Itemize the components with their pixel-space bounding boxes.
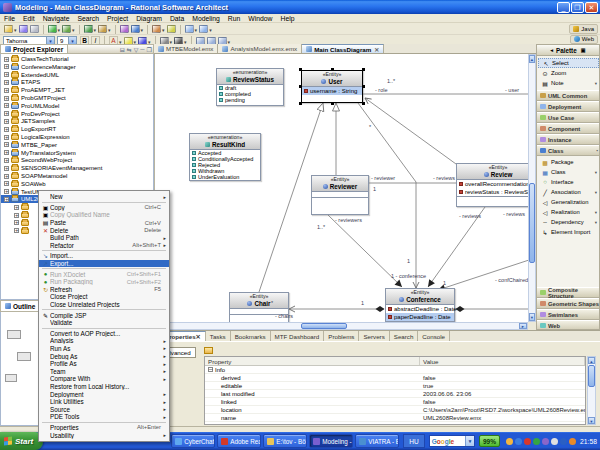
attribute-row[interactable]: reviewStatus : ReviewStatus — [457, 188, 528, 196]
expand-icon[interactable]: + — [4, 142, 9, 147]
pscroll-thumb[interactable] — [588, 365, 595, 387]
run-last-tool-dropdown-icon[interactable]: ▾ — [58, 27, 61, 33]
vscroll-thumb[interactable] — [529, 183, 535, 263]
close-tab-icon[interactable]: ✕ — [374, 46, 379, 53]
tree-item-mytranslatorsystem[interactable]: +MyTranslatorSystem — [1, 149, 153, 157]
drawer-pin-icon[interactable]: ▪ — [596, 148, 598, 153]
font-name-dropdown-icon[interactable]: ▾ — [46, 37, 54, 44]
palette-collapse-icon[interactable]: ◂ — [551, 47, 554, 53]
expand-icon[interactable]: + — [14, 220, 19, 225]
start-button[interactable]: Start — [0, 432, 43, 450]
annotate-dropdown-icon[interactable]: ▾ — [162, 27, 165, 33]
enum-literal[interactable]: pending — [217, 97, 283, 103]
maximize-button[interactable]: ❐ — [571, 2, 584, 13]
taskbar-button-adobe-rea-[interactable]: Adobe Rea… — [217, 434, 261, 448]
tray-icon-2[interactable] — [524, 438, 531, 445]
expand-icon[interactable]: + — [4, 80, 9, 85]
selection-handle[interactable] — [299, 68, 302, 71]
context-menu-refresh[interactable]: ↻RefreshF5 — [39, 286, 169, 294]
tray-icon-6[interactable] — [560, 438, 567, 445]
palette-drawer-class[interactable]: Class▪ — [537, 145, 600, 156]
selection-handle[interactable] — [299, 102, 302, 105]
palette-item-class[interactable]: ▦Class▾ — [541, 167, 599, 177]
context-menu-paste[interactable]: ▤PasteCtrl+V — [39, 219, 169, 227]
tab-tasks[interactable]: Tasks — [206, 331, 231, 341]
context-menu-close-unrelated-projects[interactable]: Close Unrelated Projects — [39, 301, 169, 309]
palette-item-interface[interactable]: ○Interface — [541, 177, 599, 187]
debug-dropdown-icon[interactable]: ▾ — [72, 27, 75, 33]
expand-icon[interactable]: + — [14, 228, 19, 233]
editor-tab-analysismodel-emx-emx[interactable]: AnalysisModel.emx.emx — [218, 44, 302, 53]
selection-handle[interactable] — [362, 85, 365, 88]
collapse-group-icon[interactable]: – — [208, 367, 213, 372]
tree-item-soapmetamodel[interactable]: +SOAPMetamodel — [1, 172, 153, 180]
palette-item-package[interactable]: ▩Package — [541, 157, 599, 167]
maximize-view-icon[interactable]: ❐ — [147, 46, 152, 53]
palette-item-element-import[interactable]: ↳Element Import — [541, 227, 599, 237]
menu-edit[interactable]: Edit — [19, 14, 39, 23]
print-icon[interactable] — [30, 25, 39, 33]
search-icon[interactable] — [131, 25, 140, 33]
context-menu-deployment[interactable]: Deployment▸ — [39, 390, 169, 398]
tab-problems[interactable]: Problems — [324, 331, 359, 341]
forward-dropdown-icon[interactable]: ▾ — [209, 27, 212, 33]
taskbar-button-modeling-[interactable]: Modeling -… — [309, 434, 353, 448]
scroll-down-arrow[interactable]: ▾ — [588, 417, 595, 424]
context-menu-pde-tools[interactable]: PDE Tools▸ — [39, 413, 169, 421]
run-last-tool-icon[interactable] — [48, 25, 57, 33]
close-tab-icon[interactable]: ✕ — [196, 333, 201, 340]
context-menu-new[interactable]: New▸ — [39, 193, 169, 201]
tray-icon-1[interactable] — [515, 438, 522, 445]
editor-vscrollbar[interactable]: ▴ ▾ — [528, 54, 536, 322]
palette-pin-icon[interactable]: ▣ — [581, 47, 586, 53]
palette-item-generalization[interactable]: ◁Generalization — [541, 197, 599, 207]
expand-icon[interactable]: + — [4, 64, 9, 69]
new-class-icon[interactable] — [84, 25, 93, 33]
scroll-right-arrow[interactable]: ▸ — [519, 323, 527, 329]
context-menu-validate[interactable]: Validate — [39, 319, 169, 327]
expand-icon[interactable]: + — [4, 96, 9, 101]
expand-icon[interactable]: + — [4, 119, 9, 124]
hscroll-thumb[interactable] — [301, 323, 347, 329]
perspective-java[interactable]: Java — [569, 24, 598, 34]
back-icon[interactable] — [185, 25, 194, 33]
minimize-button[interactable]: _ — [557, 2, 570, 13]
uml-node-review[interactable]: «Entity»ReviewoverallRecommendation : In… — [456, 163, 528, 207]
context-menu-close-project[interactable]: Close Project — [39, 293, 169, 301]
toggle-mark-icon[interactable] — [167, 25, 176, 33]
expand-icon[interactable]: + — [4, 103, 9, 108]
expand-icon[interactable]: + — [4, 197, 9, 202]
context-menu-debug-as[interactable]: Debug As▸ — [39, 352, 169, 360]
aggregation-confchaired-conference[interactable] — [438, 260, 528, 290]
context-menu-export-[interactable]: ↗Export... — [39, 260, 169, 268]
taskbar-button-cyberchat-[interactable]: CyberChat… — [171, 434, 215, 448]
new-wizard-dropdown-icon[interactable]: ▾ — [14, 27, 17, 33]
font-size-dropdown-icon[interactable]: ▾ — [68, 37, 76, 44]
window-titlebar[interactable]: Modeling - Main ClassDiagram - Rational … — [0, 0, 600, 14]
expand-icon[interactable]: + — [4, 111, 9, 116]
enum-literal[interactable]: UnderEvaluation — [190, 174, 260, 180]
context-menu-link-utilities[interactable]: Link Utilities▸ — [39, 398, 169, 406]
property-row-last-modified[interactable]: last modified2003.06.06. 23:06 — [205, 390, 585, 398]
context-menu-run-xdoclet[interactable]: ●Run XDocletCtrl+Shift+F1 — [39, 270, 169, 278]
menu-modeling[interactable]: Modeling — [188, 14, 224, 23]
tray-icon-4[interactable] — [542, 438, 549, 445]
language-indicator[interactable]: HU — [403, 434, 424, 448]
attribute-row[interactable]: paperDeadline : Date — [386, 313, 454, 321]
item-dropdown-icon[interactable]: ▾ — [595, 190, 597, 195]
attribute-row[interactable]: abstractDeadline : Date — [386, 305, 454, 313]
expand-icon[interactable]: + — [4, 127, 9, 132]
menu-search[interactable]: Search — [74, 14, 104, 23]
menu-navigate[interactable]: Navigate — [39, 14, 74, 23]
tree-item-logexportrt[interactable]: +LogExportRT — [1, 125, 153, 133]
context-menu-analysis[interactable]: Analysis▸ — [39, 337, 169, 345]
new-wizard-icon[interactable] — [4, 25, 13, 33]
tree-item-proaempt_jet[interactable]: +ProAEMPT_JET — [1, 86, 153, 94]
property-row-info[interactable]: –Info — [205, 366, 585, 374]
tree-item-sensoriaeventmanagement[interactable]: +SENSORIAEventManagement — [1, 164, 153, 172]
scroll-up-arrow[interactable]: ▴ — [529, 55, 535, 63]
save-icon[interactable] — [19, 25, 28, 33]
tab-bookmarks[interactable]: Bookmarks — [231, 331, 271, 341]
property-row-name[interactable]: nameUML2608Review.emx — [205, 414, 585, 422]
palette-drawer-component[interactable]: Component — [537, 123, 600, 134]
